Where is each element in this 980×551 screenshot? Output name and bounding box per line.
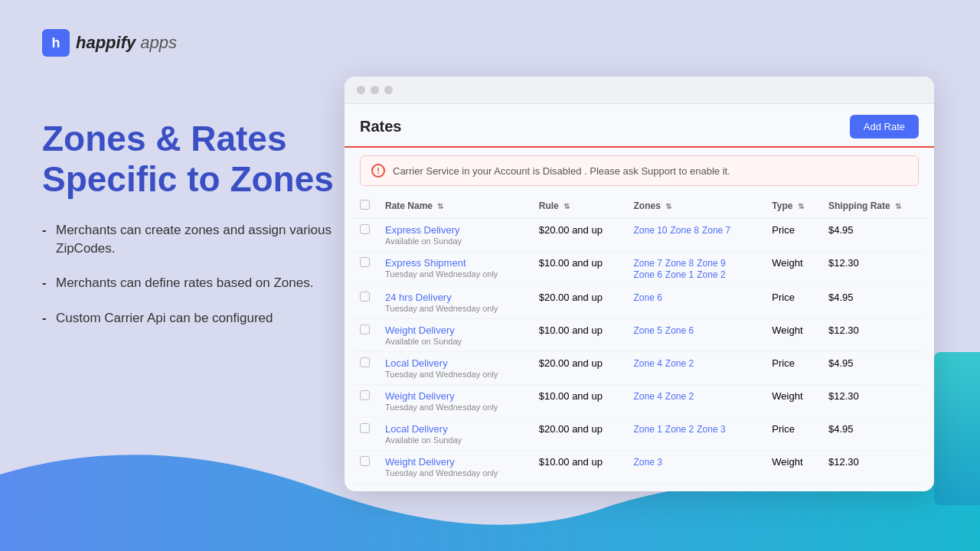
rate-name[interactable]: Local Delivery — [385, 423, 524, 435]
table-row: Weight DeliveryTuesday and Wednesday onl… — [352, 385, 926, 418]
th-rate-name[interactable]: Rate Name ⇅ — [377, 194, 531, 219]
header-checkbox[interactable] — [360, 200, 370, 210]
row-name-cell: Express ShipmentTuesday and Wednesday on… — [377, 252, 531, 286]
zone-tag[interactable]: Zone 6 — [665, 325, 694, 336]
alert-icon: ! — [371, 164, 385, 178]
logo-text: happify apps — [76, 33, 177, 53]
row-type-cell: Weight — [764, 319, 821, 352]
row-rate-cell: $12.30 — [821, 252, 926, 286]
row-rule-cell: $20.00 and up — [531, 286, 626, 319]
row-rate-cell: $4.95 — [821, 286, 926, 319]
zone-tag[interactable]: Zone 4 — [633, 391, 662, 402]
row-checkbox[interactable] — [360, 423, 370, 433]
rate-sub: Tuesday and Wednesday only — [385, 269, 524, 279]
zone-tag[interactable]: Zone 2 — [665, 391, 694, 402]
row-name-cell: Weight DeliveryAvailable on Sunday — [377, 319, 531, 352]
row-rate-cell: $4.95 — [821, 219, 926, 252]
row-zones-cell: Zone 6 — [626, 286, 764, 319]
zone-tag[interactable]: Zone 8 — [671, 225, 699, 236]
dot-1 — [357, 86, 365, 94]
sort-type-icon: ⇅ — [798, 202, 804, 210]
row-type-cell: Weight — [764, 252, 821, 286]
logo: h happify apps — [42, 29, 177, 57]
bullet-3: Custom Carrier Api can be configured — [42, 309, 341, 328]
row-checkbox[interactable] — [360, 224, 370, 234]
zone-tag[interactable]: Zone 2 — [665, 358, 694, 369]
zone-tag[interactable]: Zone 6 — [633, 292, 662, 303]
hero-title: Zones & Rates Specific to Zones — [42, 119, 341, 200]
th-rule[interactable]: Rule ⇅ — [531, 194, 626, 219]
zone-tag[interactable]: Zone 10 — [633, 225, 667, 236]
row-checkbox[interactable] — [360, 257, 370, 267]
th-type[interactable]: Type ⇅ — [764, 194, 821, 219]
rates-tbody: Express DeliveryAvailable on Sunday$20.0… — [352, 219, 926, 484]
rate-name[interactable]: Express Delivery — [385, 224, 524, 236]
table-row: Weight DeliveryTuesday and Wednesday onl… — [352, 451, 926, 484]
zone-tag[interactable]: Zone 7 — [633, 258, 662, 269]
zone-tag[interactable]: Zone 3 — [697, 424, 725, 435]
zone-tag[interactable]: Zone 6 — [633, 269, 662, 280]
zone-tag[interactable]: Zone 9 — [697, 258, 725, 269]
add-rate-button[interactable]: Add Rate — [850, 115, 919, 139]
th-zones[interactable]: Zones ⇅ — [626, 194, 764, 219]
zone-tag[interactable]: Zone 5 — [633, 325, 662, 336]
th-checkbox — [352, 194, 377, 219]
rate-sub: Tuesday and Wednesday only — [385, 468, 524, 478]
table-row: Express DeliveryAvailable on Sunday$20.0… — [352, 219, 926, 252]
table-header-row: Rate Name ⇅ Rule ⇅ Zones ⇅ Type ⇅ Shippi… — [352, 194, 926, 219]
dot-3 — [384, 86, 393, 94]
zone-tag[interactable]: Zone 8 — [665, 258, 694, 269]
rate-sub: Tuesday and Wednesday only — [385, 370, 524, 379]
table-row: Local DeliveryAvailable on Sunday$20.00 … — [352, 418, 926, 451]
row-checkbox[interactable] — [360, 456, 370, 466]
row-checkbox-cell — [352, 219, 377, 252]
zone-tag[interactable]: Zone 2 — [665, 424, 694, 435]
row-name-cell: Local DeliveryAvailable on Sunday — [377, 418, 531, 451]
rate-name[interactable]: Weight Delivery — [385, 456, 524, 468]
zone-tag[interactable]: Zone 4 — [633, 358, 662, 369]
rate-name[interactable]: Weight Delivery — [385, 390, 524, 402]
rate-name[interactable]: 24 hrs Delivery — [385, 292, 524, 303]
row-rate-cell: $4.95 — [821, 418, 926, 451]
bullet-1: Merchants can create zones and assign va… — [42, 221, 341, 258]
th-shipping-rate[interactable]: Shipping Rate ⇅ — [821, 194, 926, 219]
row-checkbox[interactable] — [360, 390, 370, 400]
row-zones-cell: Zone 3 — [626, 451, 764, 484]
row-rate-cell: $4.95 — [821, 352, 926, 385]
rate-name[interactable]: Express Shipment — [385, 257, 524, 269]
rate-name[interactable]: Local Delivery — [385, 357, 524, 369]
row-name-cell: Local DeliveryTuesday and Wednesday only — [377, 352, 531, 385]
dot-2 — [371, 86, 379, 94]
table-row: Express ShipmentTuesday and Wednesday on… — [352, 252, 926, 286]
zone-tag[interactable]: Zone 3 — [633, 457, 662, 468]
row-rate-cell: $12.30 — [821, 319, 926, 352]
row-checkbox-cell — [352, 352, 377, 385]
row-zones-cell: Zone 10Zone 8Zone 7 — [626, 219, 764, 252]
row-rule-cell: $20.00 and up — [531, 219, 626, 252]
rates-title: Rates — [360, 118, 401, 135]
row-type-cell: Weight — [764, 385, 821, 418]
sort-zones-icon: ⇅ — [665, 202, 671, 210]
row-rule-cell: $20.00 and up — [531, 418, 626, 451]
title-bar — [345, 77, 934, 104]
right-teal-decoration — [934, 352, 980, 505]
row-rule-cell: $10.00 and up — [531, 385, 626, 418]
row-name-cell: Express DeliveryAvailable on Sunday — [377, 219, 531, 252]
row-checkbox-cell — [352, 385, 377, 418]
zone-tag[interactable]: Zone 7 — [702, 225, 730, 236]
row-type-cell: Price — [764, 418, 821, 451]
row-checkbox[interactable] — [360, 357, 370, 367]
alert-banner: ! Carrier Service in your Account is Dis… — [360, 155, 919, 186]
row-checkbox[interactable] — [360, 292, 370, 302]
row-checkbox-cell — [352, 451, 377, 484]
zone-tag[interactable]: Zone 1 — [665, 269, 694, 280]
table-row: Local DeliveryTuesday and Wednesday only… — [352, 352, 926, 385]
zone-tag[interactable]: Zone 2 — [697, 269, 725, 280]
row-checkbox[interactable] — [360, 324, 370, 334]
rate-name[interactable]: Weight Delivery — [385, 324, 524, 336]
table-row: Weight DeliveryAvailable on Sunday$10.00… — [352, 319, 926, 352]
row-rule-cell: $20.00 and up — [531, 352, 626, 385]
row-zones-cell: Zone 1Zone 2Zone 3 — [626, 418, 764, 451]
zone-tag[interactable]: Zone 1 — [633, 424, 662, 435]
rates-header: Rates Add Rate — [345, 104, 934, 148]
